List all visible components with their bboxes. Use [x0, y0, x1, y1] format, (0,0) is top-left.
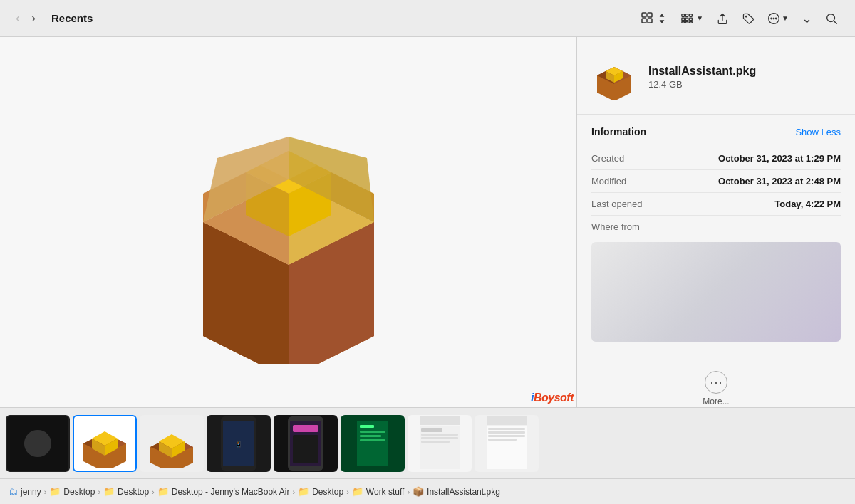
folder-icon: 🗂 [9, 486, 18, 497]
where-from-content [591, 242, 841, 342]
created-label: Created [591, 153, 633, 164]
svg-point-40 [24, 429, 51, 456]
last-opened-row: Last opened Today, 4:22 PM [591, 193, 841, 216]
svg-rect-62 [360, 425, 374, 428]
file-name: InstallAssistant.pkg [648, 65, 841, 78]
modified-row: Modified October 31, 2023 at 2:48 PM [591, 170, 841, 193]
breadcrumb-separator: › [98, 488, 100, 496]
modified-value: October 31, 2023 at 2:48 PM [718, 176, 841, 187]
breadcrumb-separator: › [346, 488, 349, 496]
breadcrumb-desktop2[interactable]: 📁 Desktop [103, 486, 149, 497]
show-less-button[interactable]: Show Less [795, 127, 841, 137]
folder-icon: 📁 [49, 486, 61, 497]
svg-rect-3 [648, 19, 652, 23]
filmstrip-item[interactable] [274, 415, 338, 472]
folder-icon: 📁 [298, 486, 309, 497]
svg-rect-74 [487, 416, 527, 425]
filmstrip-item[interactable]: 📱 [207, 415, 271, 472]
grid-view-button[interactable]: ▼ [675, 8, 709, 29]
svg-rect-78 [488, 435, 525, 437]
file-header: InstallAssistant.pkg 12.4 GB [577, 37, 855, 115]
file-preview-icon [167, 87, 410, 357]
file-size: 12.4 GB [648, 79, 841, 90]
filmstrip-item[interactable] [475, 415, 539, 472]
svg-rect-76 [488, 428, 525, 430]
back-button[interactable]: ‹ [11, 8, 24, 28]
svg-rect-70 [421, 434, 458, 436]
breadcrumb-pkg[interactable]: 📦 InstallAssistant.pkg [413, 486, 500, 497]
breadcrumb-separator: › [292, 488, 295, 496]
more-button-area: ⋯ More... [577, 359, 855, 407]
modified-label: Modified [591, 176, 635, 187]
window-title: Recents [51, 12, 93, 24]
search-button[interactable] [819, 8, 844, 29]
folder-icon: 📁 [352, 486, 363, 497]
svg-point-16 [773, 18, 774, 19]
filmstrip: 📱 [0, 407, 855, 478]
svg-point-17 [776, 18, 777, 19]
tags-button[interactable] [736, 8, 760, 29]
filmstrip-item[interactable] [408, 415, 472, 472]
dropdown-button[interactable]: ⌄ [796, 6, 818, 31]
info-header-row: Information Show Less [591, 126, 841, 137]
svg-rect-68 [420, 426, 460, 469]
folder-icon: 📁 [157, 486, 169, 497]
svg-rect-12 [690, 21, 693, 23]
main-content: iBoysoft InstallAssistant.pkg 12.4 GB [0, 37, 855, 407]
breadcrumb-label: Desktop [312, 487, 343, 497]
more-circle-icon: ⋯ [705, 371, 727, 394]
more-label: More... [703, 397, 729, 406]
svg-point-13 [745, 16, 747, 17]
folder-icon: 📁 [103, 486, 115, 497]
share-button[interactable] [710, 8, 735, 29]
svg-rect-79 [488, 439, 517, 441]
information-title: Information [591, 126, 646, 137]
toolbar: ‹ › Recents [0, 0, 855, 37]
forward-button[interactable]: › [27, 8, 40, 28]
toolbar-actions: ▼ ▼ ⌄ [636, 6, 844, 31]
svg-rect-7 [682, 18, 685, 21]
svg-rect-65 [360, 439, 385, 441]
svg-rect-1 [648, 13, 652, 17]
svg-line-19 [834, 21, 836, 23]
svg-rect-59 [293, 435, 318, 463]
filmstrip-item[interactable] [73, 415, 137, 472]
svg-rect-2 [642, 19, 646, 23]
where-from-label: Where from [591, 221, 648, 232]
svg-point-15 [771, 18, 772, 19]
breadcrumb-desktop1[interactable]: 📁 Desktop [49, 486, 95, 497]
created-value: October 31, 2023 at 1:29 PM [718, 153, 841, 164]
file-icon-thumbnail [591, 54, 637, 100]
more-button[interactable]: ⋯ More... [703, 371, 729, 406]
breadcrumb-label: Desktop - Jenny's MacBook Air [172, 487, 290, 497]
more-actions-button[interactable]: ▼ [762, 8, 794, 29]
breadcrumb-desktop3[interactable]: 📁 Desktop [298, 486, 343, 497]
info-panel: InstallAssistant.pkg 12.4 GB Information… [577, 37, 855, 407]
breadcrumb-label: Work stuff [366, 487, 405, 497]
filmstrip-item[interactable] [140, 415, 204, 472]
svg-rect-8 [685, 18, 688, 21]
svg-rect-6 [690, 14, 693, 16]
preview-area: iBoysoft [0, 37, 577, 407]
svg-rect-69 [421, 428, 442, 432]
created-row: Created October 31, 2023 at 1:29 PM [591, 147, 841, 170]
breadcrumb-desktop-air[interactable]: 📁 Desktop - Jenny's MacBook Air [157, 486, 290, 497]
file-meta: InstallAssistant.pkg 12.4 GB [648, 65, 841, 90]
breadcrumb-separator: › [152, 488, 155, 496]
filmstrip-item[interactable] [341, 415, 405, 472]
last-opened-value: Today, 4:22 PM [774, 199, 841, 209]
svg-rect-10 [682, 21, 685, 23]
where-from-row: Where from [591, 216, 841, 347]
svg-rect-64 [360, 435, 381, 437]
view-toggle-button[interactable] [636, 8, 674, 29]
last-opened-label: Last opened [591, 199, 651, 209]
info-section: Information Show Less Created October 31… [577, 115, 855, 359]
breadcrumb-label: jenny [21, 487, 41, 497]
breadcrumb: 🗂 jenny › 📁 Desktop › 📁 Desktop › 📁 Desk… [0, 478, 855, 504]
breadcrumb-jenny[interactable]: 🗂 jenny [9, 486, 41, 497]
filmstrip-item[interactable] [6, 415, 70, 472]
nav-buttons: ‹ › [11, 8, 40, 28]
breadcrumb-work-stuff[interactable]: 📁 Work stuff [352, 486, 405, 497]
svg-rect-4 [682, 14, 685, 16]
pkg-icon: 📦 [413, 486, 424, 497]
